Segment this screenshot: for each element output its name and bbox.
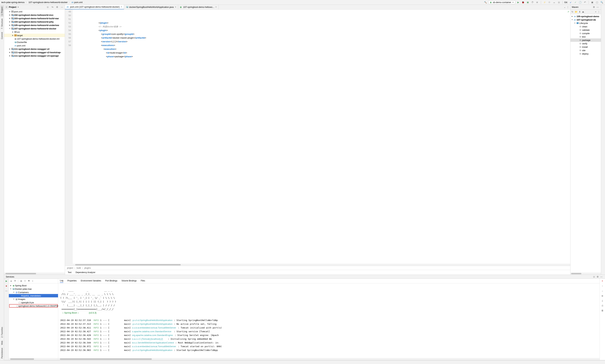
tree-arrow-icon[interactable]: ▶ [12, 35, 14, 36]
group-icon[interactable]: ⊞ [20, 280, 22, 282]
git-history-button[interactable]: 🕐 [578, 0, 582, 4]
git-rollback-button[interactable]: ↶ [583, 0, 587, 4]
editor-tab[interactable]: ◉107-springboot-demo-hellowo...✕ [178, 5, 219, 9]
add-icon[interactable]: + [32, 280, 33, 282]
editor-tab[interactable]: 🐳docker/SpringBootHelloWorldApplication.… [124, 5, 178, 9]
properties-tab[interactable]: Properties [67, 280, 77, 283]
scrollbar-horizontal[interactable] [58, 358, 600, 360]
tree-arrow-icon[interactable]: ▼ [571, 19, 573, 21]
commit-tool-tab[interactable]: Commit [0, 31, 4, 40]
run-config-selector[interactable]: ◉ sb-demo-container ▼ [488, 0, 515, 4]
maven-tree-row[interactable]: ⚙deploy [570, 52, 601, 55]
breadcrumb-project[interactable]: tech-pdai-spring-demos [1, 1, 25, 4]
maven-tree-row[interactable]: ▼m107-springboot-de [570, 18, 601, 21]
env-vars-tab[interactable]: Environment Variables [81, 280, 101, 283]
port-bindings-tab[interactable]: Port Bindings [105, 280, 117, 283]
tree-row[interactable]: ▶src [4, 30, 65, 34]
tree-arrow-icon[interactable]: ▶ [9, 17, 11, 19]
tree-arrow-icon[interactable]: ▶ [10, 285, 12, 286]
search-icon[interactable]: 🔍 [600, 0, 604, 4]
services-tree-row[interactable]: ▢springboot-demo-helloworld:1.0-SNAPSHOT… [9, 304, 58, 308]
generate-icon[interactable]: 📁 [575, 11, 578, 13]
tree-row[interactable]: ▶111-springboot-demo-swagger-v3-openapi [4, 54, 65, 57]
log-tab[interactable]: Log [60, 279, 63, 283]
tree-arrow-icon[interactable]: ▶ [9, 14, 11, 16]
tree-row[interactable]: ▶104-springboot-demo-helloworld-jetty [4, 20, 65, 24]
tree-row[interactable]: ▼107-springboot-demo-helloworld-docker [4, 27, 65, 30]
tree-row[interactable]: ▶111-springboot-demo-swagger-v2 [4, 47, 65, 51]
hide-icon[interactable]: — [60, 5, 64, 9]
hammer-icon[interactable]: 🔨 [483, 0, 487, 4]
bc-item[interactable]: build [77, 267, 81, 269]
tree-arrow-icon[interactable]: ▼ [13, 291, 15, 293]
tb-icon[interactable]: ▢ [595, 0, 599, 4]
expand-all-icon[interactable]: ⇋ [51, 5, 54, 9]
maven-tree-row[interactable]: ▶m105-springboot-demo [570, 15, 601, 18]
maven-tree-row[interactable]: ▼Lifecycle [570, 21, 601, 25]
more-icon[interactable]: ⋮ [567, 6, 569, 8]
breadcrumb-module[interactable]: 107-springboot-demo-helloworld-docker [28, 1, 68, 4]
maven-tree-row[interactable]: ⚙validate [570, 28, 601, 32]
maven-tree-row[interactable]: ⚙test [570, 35, 601, 39]
tree-arrow-icon[interactable]: ▼ [10, 288, 12, 290]
tree-row[interactable]: ▶111-springboot-demo-swagger-v2-bootstra… [4, 51, 65, 54]
download-icon[interactable]: ⬇ [579, 11, 581, 13]
tree-row[interactable]: ▦107-springboot-demo-helloworld-docker.i… [4, 37, 65, 40]
files-tab[interactable]: Files [141, 280, 145, 283]
settings-icon[interactable]: ⚙ [596, 275, 600, 279]
maven-tree-row[interactable]: ⚙verify [570, 42, 601, 45]
code-editor[interactable]: ✔ </plugin> <!-- 构建docker镜像 --> <plugin>… [72, 10, 570, 264]
up-icon[interactable]: ↑ [602, 285, 603, 287]
debug-button[interactable]: 🐞 [521, 0, 525, 4]
services-tree-row[interactable]: ▼🐳Docker-pdai-mac [9, 287, 58, 291]
trash-icon[interactable]: 🗑 [601, 309, 604, 312]
dropdown-arrow-icon[interactable]: ▼ [17, 6, 19, 8]
editor-tab[interactable]: mpom.xml (107-springboot-demo-helloworld… [65, 5, 124, 9]
add-icon[interactable]: + [595, 11, 596, 13]
target-icon[interactable]: ⊙ [592, 275, 596, 279]
services-tree[interactable]: ▶◉Spring Boot▼🐳Docker-pdai-mac▼⊞Containe… [9, 284, 58, 358]
filter-icon[interactable]: ▽ [24, 280, 26, 282]
hide-icon[interactable]: — [600, 275, 603, 279]
tb-icon[interactable]: ▣ [590, 0, 594, 4]
bc-item[interactable]: plugins [84, 267, 91, 269]
project-tree[interactable]: ▶pom.xml▶102-springboot-demo-helloworld-… [4, 10, 65, 273]
close-icon[interactable]: ✕ [175, 6, 176, 8]
services-tree-row[interactable]: ▼▦Images [9, 297, 58, 301]
tree-row[interactable]: ▶103-springboot-demo-helloworld-build-wa… [4, 17, 65, 20]
project-tool-tab[interactable]: 1: Project [0, 5, 4, 17]
maven-tree-row[interactable]: ⚙clean [570, 25, 601, 28]
tree-arrow-icon[interactable]: ▶ [9, 55, 11, 57]
collapse-icon[interactable]: ⇈ [14, 280, 16, 282]
scrollbar-horizontal[interactable] [65, 264, 570, 266]
tree-arrow-icon[interactable]: ▶ [9, 11, 11, 13]
scrollbar-horizontal[interactable] [4, 273, 65, 275]
services-tree-row[interactable]: ▢/hopeful_mendeleev [9, 294, 58, 297]
select-opened-icon[interactable]: ⊙ [46, 5, 50, 9]
bc-item[interactable]: project [67, 267, 73, 269]
tree-arrow-icon[interactable]: ▼ [13, 298, 15, 300]
project-view-icon[interactable]: ⊞ [5, 6, 8, 9]
expand-icon[interactable]: ⇊ [10, 280, 12, 282]
tree-row[interactable]: ▶102-springboot-demo-helloworld-mvc [4, 13, 65, 17]
breadcrumb-file[interactable]: m pom.xml [71, 1, 82, 4]
profiler-button[interactable]: ⏱ [531, 0, 534, 4]
persistence-tool-tab[interactable]: Persistence [0, 347, 4, 360]
scrollbar-horizontal[interactable] [9, 358, 58, 360]
git-commit-button[interactable]: ✓ [574, 0, 577, 4]
scrollbar-horizontal[interactable] [570, 273, 601, 275]
dropdown-icon[interactable]: ⌄ [564, 6, 566, 8]
favorites-tool-tab[interactable]: 2: Favorites [0, 325, 4, 339]
scroll-end-icon[interactable]: ⤓ [601, 299, 603, 302]
run-button[interactable]: ▶ [516, 0, 520, 4]
services-tree-row[interactable]: ▢openjdk:8-jre [9, 301, 58, 304]
tree-arrow-icon[interactable]: ▶ [9, 48, 11, 50]
tree-arrow-icon[interactable]: ▶ [9, 21, 11, 23]
minus-icon[interactable]: — [5, 290, 7, 292]
tree-arrow-icon[interactable]: ▼ [9, 28, 11, 29]
services-tree-row[interactable]: ▼⊞Containers [9, 291, 58, 294]
maven-tree-row[interactable]: ⚙compile [570, 32, 601, 35]
tree-row[interactable]: ▶pom.xml [4, 10, 65, 13]
volume-bindings-tab[interactable]: Volume Bindings [122, 280, 137, 283]
tree-arrow-icon[interactable]: ▶ [12, 31, 14, 33]
